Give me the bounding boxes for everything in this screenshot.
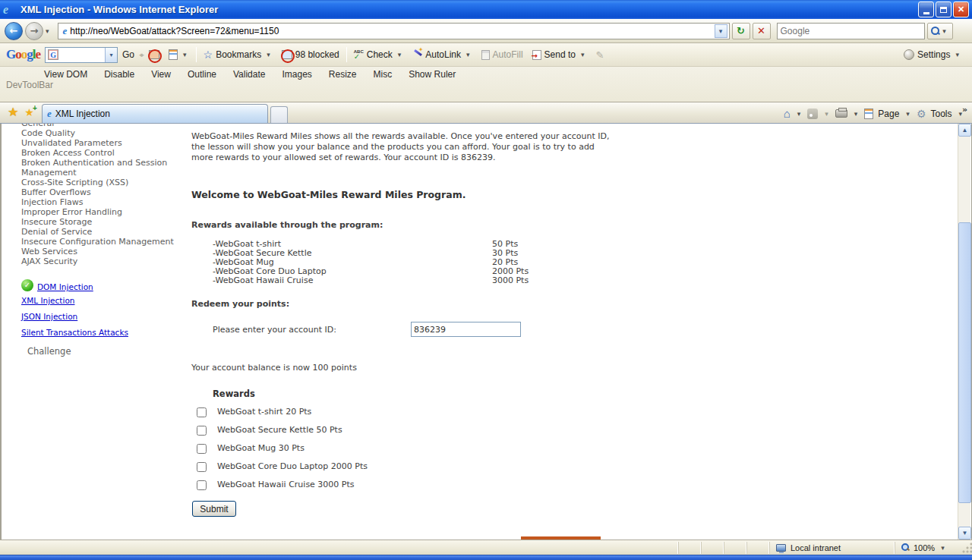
sidebar-item-web-services[interactable]: Web Services xyxy=(21,247,187,256)
sidebar-item-insecure-storage[interactable]: Insecure Storage xyxy=(21,217,187,227)
devtool-disable[interactable]: Disable xyxy=(104,69,134,80)
tools-menu[interactable]: Tools xyxy=(930,109,951,119)
tab-xml-injection[interactable]: e XML Injection xyxy=(42,104,268,123)
home-icon[interactable]: ⌂ xyxy=(784,107,791,120)
print-icon[interactable] xyxy=(835,109,847,118)
devtool-images[interactable]: Images xyxy=(282,69,311,80)
stop-button[interactable]: ✕ xyxy=(753,23,771,39)
devtool-misc[interactable]: Misc xyxy=(374,69,393,80)
bookmarks-dropdown-icon[interactable]: ▾ xyxy=(264,51,273,58)
sidebar-item-unvalidated-parameters[interactable]: Unvalidated Parameters xyxy=(21,138,187,148)
devtool-show-ruler[interactable]: Show Ruler xyxy=(409,69,456,80)
vertical-scrollbar[interactable]: ▲ ▼ xyxy=(958,124,970,540)
sidebar-item-insecure-configuration[interactable]: Insecure Configuration Management xyxy=(21,237,187,247)
reward-checkbox-tshirt[interactable] xyxy=(197,407,207,417)
page-menu-icon[interactable] xyxy=(864,109,873,119)
lesson-link-json-injection[interactable]: JSON Injection xyxy=(21,312,77,321)
history-dropdown-icon[interactable]: ▾ xyxy=(43,27,52,35)
print-dropdown-icon[interactable]: ▾ xyxy=(852,110,860,118)
sidebar-item-broken-access-control[interactable]: Broken Access Control xyxy=(21,148,187,158)
google-search-combo[interactable]: G ▾ xyxy=(45,47,118,63)
status-cell xyxy=(678,542,701,554)
devtool-view-dom[interactable]: View DOM xyxy=(44,69,87,80)
devtool-view[interactable]: View xyxy=(151,69,171,80)
search-dropdown-icon[interactable]: ▾ xyxy=(940,27,948,35)
devtool-outline[interactable]: Outline xyxy=(188,69,216,80)
favorites-button[interactable]: ★ xyxy=(8,105,18,119)
submit-button[interactable]: Submit xyxy=(192,501,236,517)
gadget-dropdown-icon[interactable]: ▾ xyxy=(181,51,189,58)
google-news-button[interactable] xyxy=(144,46,164,64)
sidebar-item-broken-authentication[interactable]: Broken Authentication and Session Manage… xyxy=(21,158,187,178)
devtool-resize[interactable]: Resize xyxy=(329,69,357,80)
sidebar-item-injection-flaws[interactable]: Injection Flaws xyxy=(21,197,187,207)
scroll-down-icon[interactable]: ▼ xyxy=(958,527,971,540)
scroll-up-icon[interactable]: ▲ xyxy=(958,124,971,137)
reward-checkbox-mug[interactable] xyxy=(197,444,207,454)
google-g-icon: G xyxy=(48,49,58,60)
page-dropdown-icon[interactable]: ▾ xyxy=(904,110,912,118)
sendto-button[interactable]: Send to ▾ xyxy=(528,46,592,64)
zoom-dropdown-icon[interactable]: ▾ xyxy=(939,544,947,552)
toolbar-overflow-chevron[interactable]: » xyxy=(962,105,967,115)
spellcheck-button[interactable]: ABC✓ Check ▾ xyxy=(349,46,409,64)
search-box[interactable] xyxy=(777,23,925,39)
search-go-button[interactable]: ▾ xyxy=(927,23,953,39)
sidebar-item-buffer-overflows[interactable]: Buffer Overflows xyxy=(21,187,187,197)
reward-checkbox-laptop[interactable] xyxy=(197,462,207,472)
resize-grip-icon[interactable] xyxy=(961,542,972,554)
sendto-dropdown-icon[interactable]: ▾ xyxy=(579,51,587,58)
lesson-link-dom-injection[interactable]: DOM Injection xyxy=(37,282,93,291)
settings-dropdown-icon[interactable]: ▾ xyxy=(953,51,961,58)
zoom-control[interactable]: 100% ▾ xyxy=(895,542,961,554)
url-input[interactable] xyxy=(70,26,714,36)
refresh-button[interactable]: ↻ xyxy=(732,23,750,39)
lesson-link-silent-transactions[interactable]: Silent Transactions Attacks xyxy=(21,328,128,337)
autolink-wand-icon xyxy=(412,50,422,60)
search-input[interactable] xyxy=(781,26,921,36)
autolink-button[interactable]: AutoLink ▾ xyxy=(408,46,476,64)
lesson-link-xml-injection[interactable]: XML Injection xyxy=(21,296,74,305)
reward-checkbox-cruise[interactable] xyxy=(197,480,207,490)
close-button[interactable]: ✕ xyxy=(953,2,969,17)
google-gadget-button[interactable]: ▾ xyxy=(164,46,194,64)
account-id-input[interactable] xyxy=(411,322,521,337)
back-button[interactable]: ← xyxy=(5,22,23,40)
sidebar-item-improper-error-handling[interactable]: Improper Error Handling xyxy=(21,207,187,217)
sidebar-item-denial-of-service[interactable]: Denial of Service xyxy=(21,227,187,237)
scrollbar-thumb[interactable] xyxy=(958,222,971,503)
reward-option-row[interactable]: WebGoat Hawaii Cruise 3000 Pts xyxy=(191,480,829,490)
reward-option-label: WebGoat Mug 30 Pts xyxy=(217,443,305,454)
reward-option-row[interactable]: WebGoat t-shirt 20 Pts xyxy=(191,407,829,417)
reward-option-row[interactable]: WebGoat Mug 30 Pts xyxy=(191,443,829,454)
devtool-validate[interactable]: Validate xyxy=(233,69,265,80)
home-dropdown-icon[interactable]: ▾ xyxy=(795,110,803,118)
popup-blocker-button[interactable]: 98 blocked xyxy=(277,46,344,64)
address-field[interactable]: e ▾ xyxy=(58,23,730,39)
add-favorite-button[interactable]: ★ xyxy=(24,106,34,118)
google-go-button[interactable]: Go xyxy=(118,46,139,64)
reward-option-row[interactable]: WebGoat Secure Kettle 50 Pts xyxy=(191,425,829,436)
google-search-dropdown-icon[interactable]: ▾ xyxy=(105,48,117,62)
reward-option-label: WebGoat Core Duo Laptop 2000 Pts xyxy=(217,461,368,472)
new-tab-button[interactable] xyxy=(270,106,288,123)
restore-button[interactable] xyxy=(936,2,951,17)
welcome-heading: Welcome to WebGoat-Miles Reward Miles Pr… xyxy=(191,189,829,200)
tools-gear-icon[interactable]: ⚙ xyxy=(917,108,926,120)
autolink-dropdown-icon[interactable]: ▾ xyxy=(464,51,472,58)
sidebar-item-ajax-security[interactable]: AJAX Security xyxy=(21,256,187,266)
check-dropdown-icon[interactable]: ▾ xyxy=(396,51,404,58)
minimize-button[interactable] xyxy=(918,2,934,17)
reward-option-row[interactable]: WebGoat Core Duo Laptop 2000 Pts xyxy=(191,461,829,472)
catalog-row: -WebGoat Hawaii Cruise3000 Pts xyxy=(213,276,829,285)
sidebar-item-xss[interactable]: Cross-Site Scripting (XSS) xyxy=(21,178,187,187)
sidebar-item-code-quality[interactable]: Code Quality xyxy=(21,128,187,138)
sidebar-item-challenge[interactable]: Challenge xyxy=(27,346,71,357)
settings-button[interactable]: Settings ▾ xyxy=(899,46,966,64)
page-menu[interactable]: Page xyxy=(878,109,899,119)
news-icon xyxy=(149,50,159,59)
bookmarks-button[interactable]: ☆ Bookmarks ▾ xyxy=(199,46,277,64)
forward-button[interactable]: → xyxy=(25,22,43,40)
reward-checkbox-kettle[interactable] xyxy=(197,426,207,436)
address-dropdown-button[interactable]: ▾ xyxy=(715,24,727,38)
